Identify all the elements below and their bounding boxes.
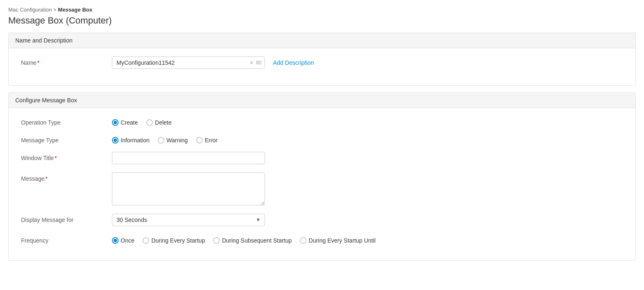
display-message-select-wrapper: 15 Seconds 30 Seconds 60 Seconds 120 Sec…: [112, 214, 265, 226]
breadcrumb-current: Message Box: [58, 7, 92, 13]
message-type-label: Message Type: [21, 134, 112, 144]
breadcrumb: Mac Configuration > Message Box: [8, 7, 636, 13]
name-input[interactable]: [112, 57, 265, 69]
radio-error-circle: [196, 137, 203, 144]
frequency-every-startup-until-label: During Every Startup Until: [309, 237, 375, 244]
message-textarea[interactable]: [112, 172, 265, 205]
radio-warning-circle: [158, 137, 164, 144]
message-type-warning-label: Warning: [166, 137, 188, 144]
frequency-every-startup-until[interactable]: During Every Startup Until: [300, 237, 375, 244]
breadcrumb-separator: >: [53, 7, 57, 13]
name-row: Name* × 80 Add Description: [21, 57, 623, 69]
message-type-error[interactable]: Error: [196, 137, 218, 144]
radio-every-startup-circle: [143, 237, 149, 244]
radio-once-circle: [112, 237, 119, 244]
frequency-radio-group: Once During Every Startup During Subsequ…: [112, 234, 375, 244]
operation-type-label: Operation Type: [21, 116, 112, 126]
page-wrapper: Mac Configuration > Message Box Message …: [0, 0, 644, 267]
operation-type-create-label: Create: [121, 119, 138, 126]
radio-every-startup-until-circle: [300, 237, 307, 244]
add-description-link[interactable]: Add Description: [273, 59, 314, 66]
frequency-once[interactable]: Once: [112, 237, 134, 244]
message-type-information-label: Information: [121, 137, 150, 144]
name-control-wrap: × 80 Add Description: [112, 57, 623, 69]
message-type-radio-group: Information Warning Error: [112, 134, 218, 144]
name-label: Name*: [21, 57, 112, 66]
operation-type-row: Operation Type Create Delete: [21, 116, 623, 126]
window-title-required: *: [55, 155, 57, 161]
window-title-input[interactable]: [112, 152, 265, 164]
message-type-control: Information Warning Error: [112, 134, 623, 144]
window-title-control: [112, 152, 623, 164]
name-description-header: Name and Description: [9, 33, 635, 48]
message-label: Message*: [21, 172, 112, 182]
frequency-subsequent-startup-label: During Subsequent Startup: [222, 237, 292, 244]
frequency-subsequent-startup[interactable]: During Subsequent Startup: [213, 237, 292, 244]
configure-header: Configure Message Box: [9, 92, 635, 108]
message-type-information[interactable]: Information: [112, 137, 150, 144]
message-type-warning[interactable]: Warning: [158, 137, 188, 144]
frequency-row: Frequency Once During Every Startup: [21, 234, 623, 244]
frequency-once-label: Once: [121, 237, 134, 244]
message-control: [112, 172, 623, 205]
frequency-every-startup-label: During Every Startup: [151, 237, 205, 244]
frequency-label: Frequency: [21, 234, 112, 244]
display-message-for-label: Display Message for: [21, 214, 112, 223]
display-message-select[interactable]: 15 Seconds 30 Seconds 60 Seconds 120 Sec…: [112, 214, 265, 226]
window-title-label: Window Title*: [21, 152, 112, 161]
message-row: Message*: [21, 172, 623, 205]
message-type-row: Message Type Information Warning: [21, 134, 623, 144]
name-clear-icon[interactable]: ×: [250, 59, 253, 66]
operation-type-control: Create Delete: [112, 116, 623, 126]
radio-information-circle: [112, 137, 119, 144]
frequency-control: Once During Every Startup During Subsequ…: [112, 234, 623, 244]
display-message-for-row: Display Message for 15 Seconds 30 Second…: [21, 214, 623, 226]
radio-delete-circle: [146, 119, 153, 126]
name-input-wrapper: × 80: [112, 57, 265, 69]
name-char-count: 80: [256, 60, 261, 66]
radio-create-circle: [112, 119, 119, 126]
display-message-for-control: 15 Seconds 30 Seconds 60 Seconds 120 Sec…: [112, 214, 623, 226]
message-type-error-label: Error: [205, 137, 218, 144]
configure-body: Operation Type Create Delete: [9, 108, 635, 260]
operation-type-create[interactable]: Create: [112, 119, 138, 126]
name-description-body: Name* × 80 Add Description: [9, 48, 635, 85]
operation-type-radio-group: Create Delete: [112, 116, 172, 126]
name-and-description-section: Name and Description Name* × 80 Add Desc…: [8, 33, 636, 86]
message-required: *: [45, 175, 48, 182]
frequency-every-startup[interactable]: During Every Startup: [143, 237, 205, 244]
name-required-asterisk: *: [37, 59, 39, 66]
page-title: Message Box (Computer): [8, 15, 636, 26]
operation-type-delete[interactable]: Delete: [146, 119, 171, 126]
radio-subsequent-startup-circle: [213, 237, 220, 244]
operation-type-delete-label: Delete: [155, 119, 171, 126]
configure-message-box-section: Configure Message Box Operation Type Cre…: [8, 92, 636, 261]
breadcrumb-parent[interactable]: Mac Configuration: [8, 7, 52, 13]
window-title-row: Window Title*: [21, 152, 623, 164]
